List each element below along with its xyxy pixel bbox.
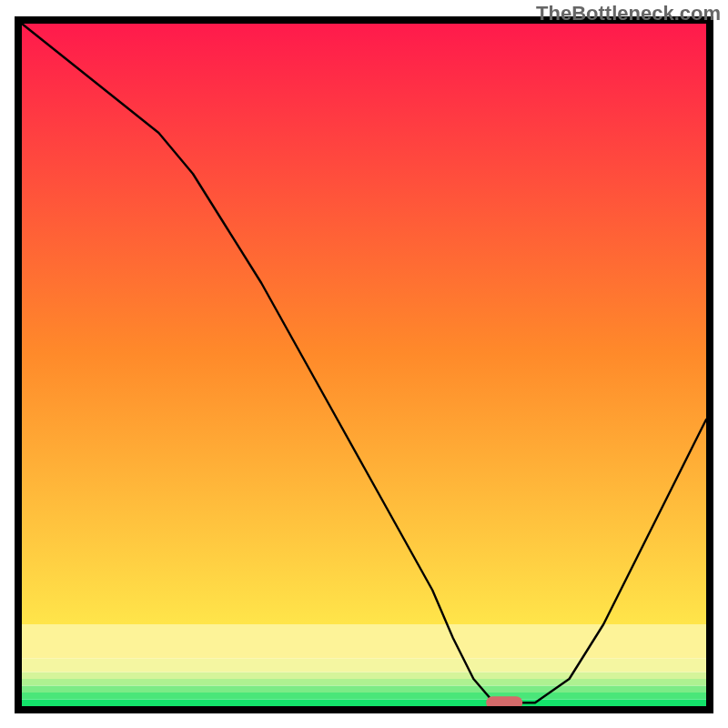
watermark-text: TheBottleneck.com — [536, 2, 721, 25]
svg-rect-6 — [22, 624, 706, 659]
chart-background — [22, 24, 706, 706]
chart-container: TheBottleneck.com — [0, 0, 728, 728]
bottleneck-chart — [0, 0, 728, 728]
svg-rect-2 — [22, 686, 706, 693]
svg-rect-4 — [22, 672, 706, 680]
svg-rect-5 — [22, 659, 706, 672]
svg-rect-7 — [22, 24, 706, 624]
svg-rect-0 — [22, 700, 706, 707]
svg-rect-3 — [22, 679, 706, 686]
svg-rect-1 — [22, 693, 706, 700]
